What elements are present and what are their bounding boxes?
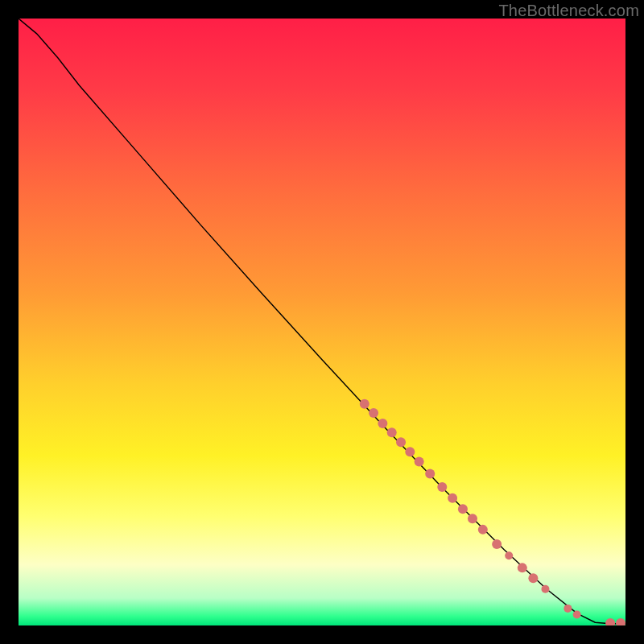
data-point	[528, 573, 538, 583]
bottleneck-curve	[19, 19, 625, 624]
data-point	[518, 563, 527, 572]
data-point	[468, 514, 477, 523]
chart-stage: TheBottleneck.com	[0, 0, 644, 644]
data-point	[541, 585, 549, 593]
data-point	[505, 551, 513, 559]
chart-svg	[19, 19, 625, 625]
data-point	[378, 419, 387, 428]
data-point	[437, 482, 447, 492]
data-point	[396, 437, 406, 447]
data-point	[573, 610, 581, 618]
data-point	[360, 399, 369, 409]
data-point	[415, 456, 424, 466]
data-point	[448, 493, 457, 503]
data-point	[425, 469, 435, 479]
data-point	[492, 539, 502, 549]
data-points	[360, 399, 625, 625]
data-point	[369, 408, 378, 418]
data-point	[405, 447, 415, 456]
data-point	[478, 525, 488, 535]
data-point	[458, 504, 468, 514]
data-point	[564, 605, 572, 613]
data-point	[616, 618, 625, 625]
plot-area	[19, 19, 625, 625]
data-point	[605, 618, 615, 625]
data-point	[387, 427, 397, 437]
watermark-label: TheBottleneck.com	[498, 2, 639, 20]
